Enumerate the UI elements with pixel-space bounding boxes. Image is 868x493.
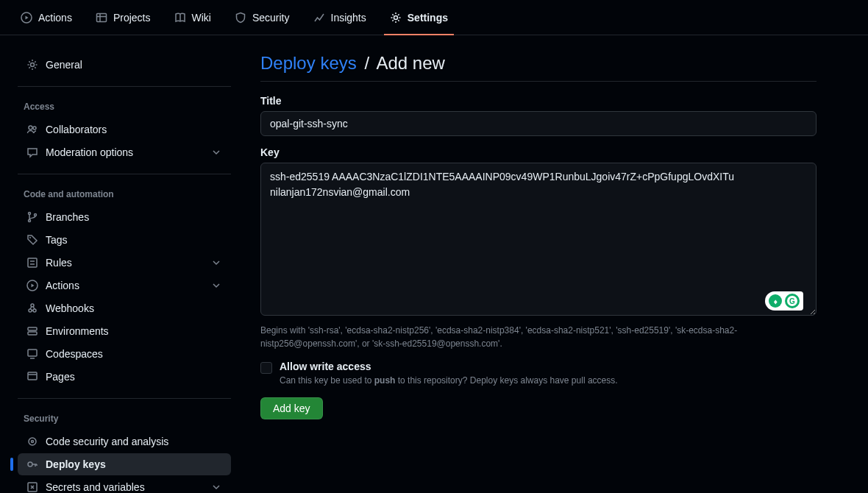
sidebar-item-label: Codespaces — [46, 348, 103, 360]
chevron-down-icon — [210, 481, 222, 493]
grammarly-pin-icon: ⬧ — [769, 294, 782, 308]
sidebar-item-label: Deploy keys — [46, 458, 106, 470]
topnav-label: Settings — [408, 12, 448, 24]
chevron-down-icon — [210, 280, 222, 291]
allow-write-access-description: Can this key be used to push to this rep… — [280, 375, 618, 386]
sidebar-item-label: Code security and analysis — [46, 436, 168, 447]
add-key-button[interactable]: Add key — [260, 397, 323, 419]
grammarly-widget[interactable]: ⬧ G — [765, 291, 803, 311]
branch-icon — [26, 211, 38, 223]
main-content: Deploy keys / Add new Title Key ⬧ G Begi… — [243, 35, 846, 493]
topnav-label: Security — [252, 12, 290, 24]
breadcrumb-current: Add new — [376, 53, 444, 73]
topnav-wiki[interactable]: Wiki — [166, 0, 220, 35]
topnav-label: Actions — [38, 12, 72, 24]
page-title: Deploy keys / Add new — [260, 53, 817, 82]
sidebar-item-codespaces[interactable]: Codespaces — [18, 343, 231, 365]
sidebar-item-label: Webhooks — [46, 302, 94, 314]
sidebar-item-label: Actions — [46, 280, 79, 291]
topnav-label: Insights — [331, 12, 366, 24]
tag-icon — [26, 234, 38, 246]
breadcrumb-separator: / — [361, 53, 372, 73]
sidebar-separator — [18, 174, 231, 174]
sidebar-item-label: Collaborators — [46, 124, 107, 135]
topnav-label: Projects — [113, 12, 151, 24]
sidebar-item-secrets-and-variables[interactable]: Secrets and variables — [18, 476, 231, 493]
sidebar-item-webhooks[interactable]: Webhooks — [18, 297, 231, 319]
sidebar-item-environments[interactable]: Environments — [18, 320, 231, 342]
key-icon — [26, 458, 38, 470]
scan-icon — [26, 436, 38, 447]
sidebar-item-label: Tags — [46, 234, 68, 246]
title-input[interactable] — [260, 111, 817, 136]
play-icon — [26, 280, 38, 291]
sidebar-item-label: Branches — [46, 211, 89, 223]
settings-sidebar: GeneralAccessCollaboratorsModeration opt… — [0, 35, 243, 493]
sidebar-group-code-and-automation: Code and automation — [18, 183, 231, 205]
sidebar-item-label: Pages — [46, 371, 75, 383]
topnav-insights[interactable]: Insights — [305, 0, 375, 35]
sidebar-item-pages[interactable]: Pages — [18, 366, 231, 388]
sidebar-item-tags[interactable]: Tags — [18, 229, 231, 251]
webhook-icon — [26, 302, 38, 314]
table-icon — [96, 12, 107, 24]
sidebar-item-label: Rules — [46, 257, 72, 269]
sidebar-group-security: Security — [18, 408, 231, 430]
sidebar-item-rules[interactable]: Rules — [18, 252, 231, 274]
gear-icon — [26, 59, 38, 71]
sidebar-item-code-security-and-analysis[interactable]: Code security and analysis — [18, 430, 231, 453]
repo-topnav: ActionsProjectsWikiSecurityInsightsSetti… — [0, 0, 868, 35]
pages-icon — [26, 371, 38, 383]
sidebar-item-label: Environments — [46, 325, 109, 337]
book-icon — [174, 12, 186, 24]
title-label: Title — [260, 95, 817, 107]
graph-icon — [313, 12, 325, 24]
shield-icon — [235, 12, 246, 24]
codespaces-icon — [26, 348, 38, 360]
sidebar-group-access: Access — [18, 96, 231, 118]
sidebar-item-label: Secrets and variables — [46, 481, 145, 493]
sidebar-item-deploy-keys[interactable]: Deploy keys — [18, 453, 231, 475]
allow-write-access-label: Allow write access — [280, 361, 618, 372]
secret-icon — [26, 481, 38, 493]
key-label: Key — [260, 146, 817, 158]
people-icon — [26, 124, 38, 135]
topnav-security[interactable]: Security — [226, 0, 299, 35]
play-icon — [21, 12, 32, 24]
grammarly-g-icon: G — [785, 294, 800, 308]
key-textarea[interactable] — [260, 163, 817, 316]
key-hint: Begins with 'ssh-rsa', 'ecdsa-sha2-nistp… — [260, 324, 817, 350]
sidebar-item-label: Moderation options — [46, 146, 133, 158]
chevron-down-icon — [210, 257, 222, 269]
sidebar-separator — [18, 86, 231, 87]
topnav-projects[interactable]: Projects — [87, 0, 160, 35]
sidebar-item-actions[interactable]: Actions — [18, 274, 231, 297]
topnav-actions[interactable]: Actions — [12, 0, 81, 35]
sidebar-item-label: General — [46, 59, 82, 71]
env-icon — [26, 325, 38, 337]
sidebar-item-moderation-options[interactable]: Moderation options — [18, 141, 231, 163]
chevron-down-icon — [210, 146, 222, 158]
rules-icon — [26, 257, 38, 269]
comment-icon — [26, 146, 38, 158]
sidebar-item-collaborators[interactable]: Collaborators — [18, 118, 231, 141]
breadcrumb-link-deploy-keys[interactable]: Deploy keys — [260, 53, 357, 73]
sidebar-item-branches[interactable]: Branches — [18, 206, 231, 228]
gear-icon — [390, 12, 402, 24]
topnav-label: Wiki — [192, 12, 211, 24]
allow-write-access-checkbox[interactable] — [260, 362, 272, 374]
topnav-settings[interactable]: Settings — [381, 0, 457, 35]
sidebar-item-general[interactable]: General — [18, 54, 231, 76]
sidebar-separator — [18, 398, 231, 399]
